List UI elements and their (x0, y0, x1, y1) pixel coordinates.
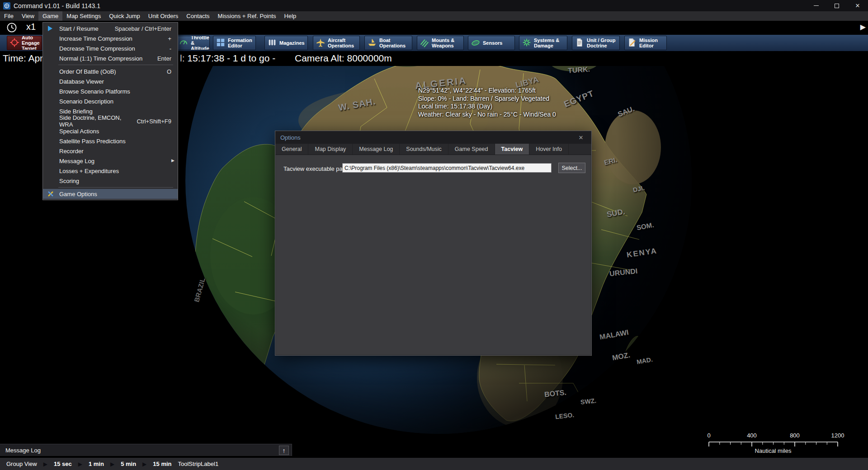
time-step-1min[interactable]: 1 min (89, 461, 104, 467)
tab-sounds-music[interactable]: Sounds/Music (400, 144, 448, 155)
tab-tacview[interactable]: Tacview (495, 144, 530, 155)
options-dialog-titlebar[interactable]: Options ✕ (275, 131, 591, 144)
menu-item-satellite-pass-predictions[interactable]: Satellite Pass Predictions (43, 136, 178, 146)
right-panel-expand-icon[interactable]: ▶ (860, 23, 866, 31)
toolstrip-label: ToolStripLabel1 (178, 461, 219, 467)
scale-tick-label: 0 (707, 432, 710, 439)
menu-item-message-log[interactable]: Message Log ▶ (43, 156, 178, 166)
aircraft-icon (316, 38, 326, 48)
titlebar: Command v1.01 - Build 1143.1 ✕ (0, 0, 868, 11)
auto-engage-target-button[interactable]: Auto EngageTarget (7, 36, 42, 50)
time-step-5min[interactable]: 5 min (121, 461, 136, 467)
bottom-status-bar: Group View ▶ 15 sec ▶ 1 min ▶ 5 min ▶ 15… (0, 458, 868, 470)
group-view-button[interactable]: Group View (6, 461, 37, 467)
terrain-info: Slope: 0% - Land: Barren / Sparsely Vege… (418, 95, 556, 103)
game-menu-dropdown: Start / Resume Spacebar / Ctrl+Enter Inc… (42, 22, 178, 200)
menu-item-normal-time-compression[interactable]: Normal (1:1) Time Compression Enter (43, 53, 178, 63)
message-log-title: Message Log (5, 447, 41, 454)
tools-icon (47, 190, 54, 197)
menu-map-settings[interactable]: Map Settings (62, 11, 105, 21)
menu-item-decrease-time-compression[interactable]: Decrease Time Compression - (43, 43, 178, 53)
step-arrow-icon: ▶ (142, 461, 146, 467)
minimize-button[interactable] (806, 0, 826, 11)
scale-tick-label: 800 (790, 432, 800, 439)
document-pencil-icon (627, 38, 637, 48)
step-arrow-icon: ▶ (43, 461, 47, 467)
mission-editor-button[interactable]: MissionEditor (624, 36, 667, 50)
tab-game-speed[interactable]: Game Speed (448, 144, 495, 155)
close-icon: ✕ (855, 2, 860, 9)
time-step-15sec[interactable]: 15 sec (54, 461, 72, 467)
cursor-info-block: N29°51'42", W4°22'44" - Elevation: 1765f… (418, 87, 556, 118)
menu-item-browse-scenario-platforms[interactable]: Browse Scenario Platforms (43, 86, 178, 96)
maximize-icon (835, 4, 839, 8)
shortcut: Ctrl+Shift+F9 (128, 118, 171, 125)
menu-view[interactable]: View (18, 11, 38, 21)
menu-item-scenario-description[interactable]: Scenario Description (43, 96, 178, 106)
menu-contacts[interactable]: Contacts (182, 11, 213, 21)
menu-item-side-doctrine-emcon-wra[interactable]: Side Doctrine, EMCON, WRA Ctrl+Shift+F9 (43, 116, 178, 126)
window-title: Command v1.01 - Build 1143.1 (14, 2, 100, 9)
aircraft-operations-button[interactable]: AircraftOperations (313, 36, 360, 50)
tab-hover-info[interactable]: Hover Info (529, 144, 569, 155)
systems-damage-button[interactable]: Systems &Damage (519, 36, 567, 50)
options-tab-strip: General Map Display Message Log Sounds/M… (275, 144, 591, 155)
shortcut: O (159, 68, 171, 75)
scenario-time-left: Time: Apr (3, 53, 43, 64)
select-path-button[interactable]: Select... (558, 163, 585, 173)
menu-help[interactable]: Help (280, 11, 301, 21)
shortcut: + (160, 35, 171, 42)
menu-item-losses-expenditures[interactable]: Losses + Expenditures (43, 166, 178, 176)
time-compression-value: x1 (26, 22, 36, 32)
throttle-altitude-button[interactable]: Throttle &Altitude (176, 36, 210, 50)
time-step-15min[interactable]: 15 min (153, 461, 171, 467)
crosshair-icon (9, 38, 19, 48)
boat-operations-button[interactable]: BoatOperations (364, 36, 412, 50)
scenario-time-mid: l: 15:17:38 - 1 d to go - (180, 53, 275, 64)
menu-item-order-of-battle[interactable]: Order Of Battle (OoB) O (43, 66, 178, 76)
tacview-path-label: Tacview executable path: (283, 165, 349, 172)
submenu-arrow-icon: ▶ (171, 158, 175, 163)
gear-icon (522, 38, 532, 48)
magazines-icon (267, 38, 277, 48)
tab-message-log[interactable]: Message Log (353, 144, 400, 155)
cursor-coordinates: N29°51'42", W4°22'44" - Elevation: 1765f… (418, 87, 556, 95)
options-dialog-title: Options (280, 134, 301, 141)
camera-altitude: Camera Alt: 8000000m (295, 53, 392, 64)
map-scale-ruler: 0 400 800 1200 Nautical miles (705, 432, 845, 455)
gauge-icon (179, 38, 189, 48)
menu-missions-ref-points[interactable]: Missions + Ref. Points (214, 11, 280, 21)
menu-item-special-actions[interactable]: Special Actions (43, 126, 178, 136)
menu-item-scoring[interactable]: Scoring (43, 176, 178, 186)
menu-item-game-options[interactable]: Game Options (43, 189, 178, 199)
menu-unit-orders[interactable]: Unit Orders (144, 11, 182, 21)
play-icon (48, 26, 52, 31)
tab-map-display[interactable]: Map Display (308, 144, 353, 155)
menu-item-increase-time-compression[interactable]: Increase Time Compression + (43, 33, 178, 43)
formation-editor-button[interactable]: FormationEditor (213, 36, 256, 50)
sensors-button[interactable]: Sensors (468, 36, 515, 50)
maximize-button[interactable] (826, 0, 847, 11)
message-log-expand-button[interactable]: ↑ (279, 446, 289, 455)
mounts-weapons-button[interactable]: Mounts &Weapons (417, 36, 464, 50)
magazines-button[interactable]: Magazines (264, 36, 308, 50)
menu-quick-jump[interactable]: Quick Jump (105, 11, 144, 21)
grid-icon (216, 38, 226, 48)
stripes-icon (420, 38, 429, 48)
sensor-dish-icon (471, 38, 481, 48)
tacview-path-input[interactable] (342, 163, 552, 173)
step-arrow-icon: ▶ (78, 461, 82, 467)
menu-game[interactable]: Game (38, 11, 62, 21)
options-close-button[interactable]: ✕ (576, 134, 586, 141)
close-button[interactable]: ✕ (847, 0, 868, 11)
menu-item-database-viewer[interactable]: Database Viewer (43, 76, 178, 86)
tab-general[interactable]: General (275, 144, 308, 155)
menu-file[interactable]: File (0, 11, 18, 21)
clock-icon[interactable] (6, 22, 18, 35)
options-dialog: Options ✕ General Map Display Message Lo… (275, 131, 592, 356)
unit-group-doctrine-button[interactable]: Unit / GroupDoctrine (572, 36, 620, 50)
menu-item-start-resume[interactable]: Start / Resume Spacebar / Ctrl+Enter (43, 24, 178, 33)
menu-item-recorder[interactable]: Recorder (43, 146, 178, 156)
message-log-panel: Message Log ↑ (0, 444, 292, 456)
local-time: Local time: 15:17:38 (Day) (418, 103, 556, 111)
